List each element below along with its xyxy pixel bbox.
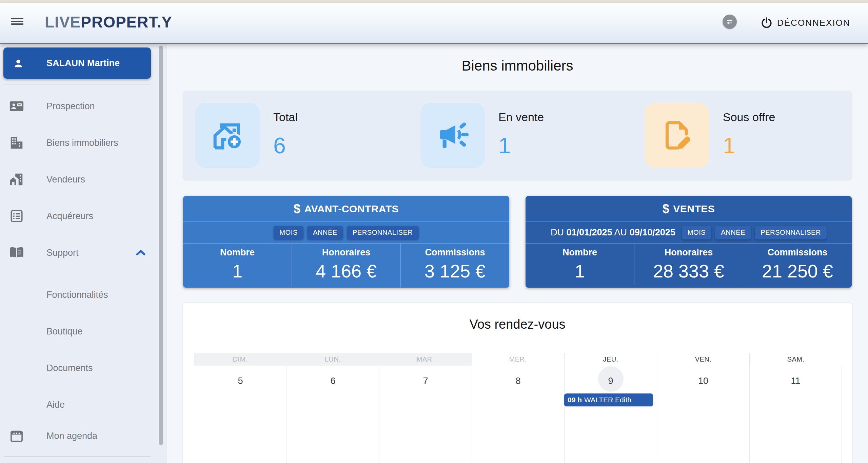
sidebar-scrollbar[interactable] [159, 46, 163, 445]
calendar-day-cell-6[interactable]: 6 [287, 366, 379, 463]
panel-ventes: $ VENTES DU 01/01/2025 AU 09/10/2025 MOI… [526, 196, 852, 288]
panel-avant-contrats-header: $ AVANT-CONTRATS [183, 196, 509, 222]
sidebar-item-mon-agenda[interactable]: Mon agenda [0, 418, 156, 454]
sidebar-user-button[interactable]: SALAUN Martine [3, 47, 151, 79]
brand-logo[interactable]: LIVEPROPERT.Y [45, 14, 172, 30]
calendar-weekday-dim: DIM. [194, 353, 287, 366]
window-top-edge [0, 0, 868, 3]
day-number: 9 [565, 376, 657, 386]
chevron-up-icon [133, 245, 149, 261]
sidebar-item-support[interactable]: Support [0, 234, 156, 271]
sidebar-item-label: Support [46, 248, 79, 258]
sidebar-item-vendeurs[interactable]: Vendeurs [0, 161, 156, 198]
mois-button[interactable]: MOIS [682, 226, 712, 239]
calendar-day-cell-5[interactable]: 5 [194, 366, 287, 463]
metric-honoraires: Honoraires 28 333 € [634, 244, 743, 287]
person-icon [13, 58, 24, 69]
date-from: 01/01/2025 [566, 227, 612, 237]
calendar-day-cell-7[interactable]: 7 [379, 366, 472, 463]
sidebar-subitem-label: Documents [46, 363, 93, 373]
calendar-day-cell-8[interactable]: 8 [472, 366, 564, 463]
annee-button[interactable]: ANNÉE [307, 226, 343, 239]
metric-value: 28 333 € [634, 261, 743, 282]
home-building-icon [9, 172, 24, 187]
appointments-title: Vos rendez-vous [183, 317, 852, 332]
building-icon [9, 135, 24, 151]
list-icon [9, 208, 24, 224]
metric-value: 21 250 € [743, 261, 852, 282]
metric-header: Commissions [401, 247, 509, 258]
metric-header: Nombre [526, 247, 634, 258]
day-number: 10 [657, 376, 749, 386]
panel-avant-contrats-values: Nombre 1 Honoraires 4 166 € Commissions … [183, 244, 509, 287]
sidebar-item-label: Biens immobiliers [46, 138, 118, 148]
stat-tile-total [195, 103, 260, 168]
stat-value-total: 6 [273, 134, 286, 157]
date-prefix: DU [551, 227, 564, 237]
dollar-icon: $ [663, 202, 670, 216]
sidebar-item-label: Vendeurs [46, 174, 85, 185]
metric-nombre: Nombre 1 [183, 244, 292, 287]
sidebar-item-acquereurs[interactable]: Acquéreurs [0, 198, 156, 234]
calendar-day-cell-10[interactable]: 10 [657, 366, 749, 463]
personnaliser-button[interactable]: PERSONNALISER [755, 226, 827, 239]
date-range: DU 01/01/2025 AU 09/10/2025 [551, 227, 675, 238]
logout-button[interactable]: DÉCONNEXION [760, 15, 850, 30]
stat-tile-sous-offre [645, 103, 709, 168]
logout-label: DÉCONNEXION [777, 18, 850, 28]
calendar-weekday-mar: MAR. [379, 353, 472, 366]
appointment-event[interactable]: 09 hWALTER Edith [564, 393, 653, 406]
stat-label-total: Total [273, 111, 298, 124]
sidebar-item-prospection[interactable]: Prospection [0, 88, 156, 124]
stat-value-en-vente: 1 [498, 134, 511, 157]
sidebar-subitem-fonctionnalites[interactable]: Fonctionnalités [0, 276, 156, 313]
metric-header: Honoraires [292, 247, 400, 258]
app-screen: LIVEPROPERT.Y DÉCONNEXION SALAUN [0, 0, 868, 463]
metric-value: 1 [183, 261, 292, 282]
panel-avant-contrats: $ AVANT-CONTRATS MOIS ANNÉE PERSONNALISE… [183, 196, 509, 288]
dollar-icon: $ [294, 202, 301, 216]
metric-commissions: Commissions 3 125 € [400, 244, 509, 287]
day-number: 7 [379, 376, 472, 386]
panel-ventes-filters: DU 01/01/2025 AU 09/10/2025 MOIS ANNÉE P… [526, 222, 852, 244]
stat-value-sous-offre: 1 [723, 134, 735, 157]
calendar-day-cell-9-today[interactable]: 9 09 hWALTER Edith [564, 366, 657, 463]
sidebar-item-biens-immobiliers[interactable]: Biens immobiliers [0, 124, 156, 161]
metric-value: 1 [526, 261, 634, 282]
event-name: WALTER Edith [584, 396, 631, 404]
calendar-weekday-lun: LUN. [287, 353, 379, 366]
event-time: 09 h [568, 396, 582, 404]
sidebar-divider-bottom [4, 456, 151, 457]
sidebar-item-label: Mon agenda [46, 431, 97, 441]
panel-ventes-header: $ VENTES [526, 196, 852, 222]
stat-label-en-vente: En vente [498, 111, 544, 124]
menu-hamburger-icon[interactable] [11, 18, 23, 27]
mois-button[interactable]: MOIS [274, 226, 303, 239]
page-title: Biens immobiliers [183, 58, 852, 74]
annee-button[interactable]: ANNÉE [715, 226, 751, 239]
sidebar-subitem-label: Boutique [46, 326, 83, 337]
calendar-weekday-jeu: JEU. [564, 353, 657, 366]
metric-value: 3 125 € [401, 261, 509, 282]
sidebar-divider-top [4, 84, 151, 84]
sidebar-subitem-documents[interactable]: Documents [0, 350, 156, 386]
metric-header: Nombre [183, 247, 292, 258]
appointments-card: Vos rendez-vous DIM. LUN. MAR. MER. JEU.… [183, 303, 852, 463]
sidebar-subitem-boutique[interactable]: Boutique [0, 313, 156, 350]
metric-honoraires: Honoraires 4 166 € [292, 244, 400, 287]
calendar-day-cell-11[interactable]: 11 [749, 366, 842, 463]
share-switch-button[interactable] [723, 15, 737, 29]
calendar-icon [9, 428, 24, 444]
power-icon [760, 16, 773, 29]
metric-header: Commissions [743, 247, 852, 258]
personnaliser-button[interactable]: PERSONNALISER [347, 226, 419, 239]
stat-tile-en-vente [420, 103, 485, 168]
sidebar-user-name: SALAUN Martine [46, 47, 120, 79]
sidebar-subitem-label: Fonctionnalités [46, 290, 108, 300]
brand-logo-part2: PROPERT.Y [81, 13, 172, 31]
date-infix: AU [614, 227, 627, 237]
day-number: 6 [287, 376, 379, 386]
stat-label-sous-offre: Sous offre [723, 111, 775, 124]
sidebar-item-label: Acquéreurs [46, 211, 93, 221]
stats-summary-bar: Total 6 En vente 1 Sous offre 1 [183, 91, 852, 180]
